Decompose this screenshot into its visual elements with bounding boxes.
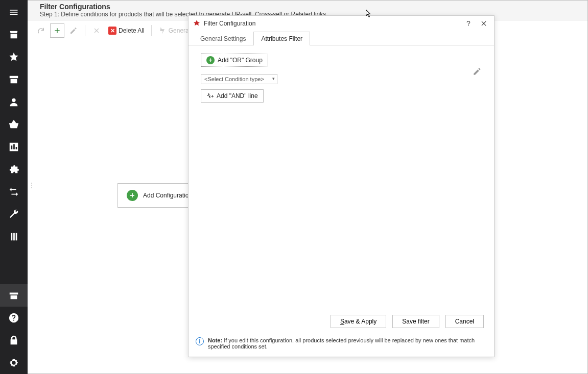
modal-title: Filter Configuration [204,20,255,27]
add-button[interactable] [50,23,64,38]
delete-all-label: Delete All [119,27,145,34]
page-title: Filter Configurations [40,3,583,11]
close-button[interactable] [478,17,490,30]
cancel-button[interactable]: Cancel [445,315,484,328]
gear-icon[interactable] [0,352,28,374]
add-and-line-label: Add "AND" line [217,92,258,99]
box-icon[interactable] [0,284,28,307]
delete-all-icon: ✕ [108,27,116,35]
archive-icon[interactable] [0,68,28,91]
save-apply-button[interactable]: Save & Apply [331,315,386,328]
delete-all-button[interactable]: ✕ Delete All [106,23,147,38]
plus-circle-icon: + [127,190,138,201]
help-button[interactable]: ? [462,17,475,30]
note-label: Note: [208,337,222,343]
chart-icon[interactable] [0,136,28,158]
clear-icon[interactable] [473,67,482,78]
lock-icon[interactable] [0,329,28,352]
transfer-icon[interactable] [0,181,28,203]
wrench-icon[interactable] [0,203,28,226]
add-and-line-button[interactable]: Add "AND" line [201,89,264,103]
tab-general-settings[interactable]: General Settings [193,32,253,45]
modal-body: + Add "OR" Group <Select Condition type>… [189,45,494,311]
note-text: If you edit this configuration, all prod… [208,337,475,350]
menu-icon[interactable] [0,1,28,23]
toolbar-separator-2 [151,25,152,36]
condition-type-select[interactable]: <Select Condition type> [201,74,277,84]
save-filter-button[interactable]: Save filter [392,315,439,328]
help-icon[interactable] [0,307,28,329]
person-icon[interactable] [0,91,28,113]
modal-note: i Note: If you edit this configuration, … [189,332,494,357]
basket-icon[interactable] [0,113,28,136]
edit-button[interactable] [66,23,81,38]
star-icon[interactable] [0,46,28,68]
modal-tabs: General Settings Attributes Filter [189,31,494,45]
tab-attributes-filter[interactable]: Attributes Filter [253,32,310,45]
store-icon[interactable] [0,23,28,46]
delete-button[interactable] [89,23,104,38]
panel-drag-handle[interactable]: ⋮ [29,184,36,186]
add-or-group-label: Add "OR" Group [218,57,263,64]
modal-footer-buttons: Save & Apply Save filter Cancel [189,311,494,332]
toolbar-separator [85,25,85,36]
add-or-group-button[interactable]: + Add "OR" Group [201,54,268,67]
plus-circle-icon: + [206,56,215,64]
refresh-button[interactable] [34,23,48,38]
info-icon: i [196,337,204,345]
layers-icon[interactable] [0,226,28,248]
modal-titlebar[interactable]: Filter Configuration ? [189,16,494,31]
add-configuration-label: Add Configuration [143,192,192,199]
app-logo-icon [193,19,201,28]
app-sidebar [0,0,28,374]
puzzle-icon[interactable] [0,158,28,181]
filter-configuration-modal: Filter Configuration ? General Settings … [188,15,495,357]
